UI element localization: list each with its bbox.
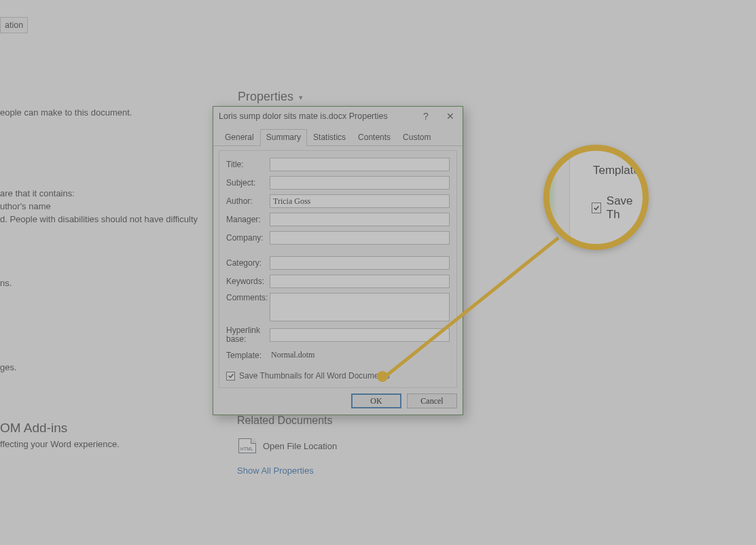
- html-file-icon: HTML: [238, 438, 256, 453]
- template-value: Normal.dotm: [270, 349, 450, 362]
- dialog-title: Loris sump dolor sits mate is.docx Prope…: [219, 111, 388, 121]
- document-properties-dialog: Loris sump dolor sits mate is.docx Prope…: [213, 106, 463, 415]
- hyperlink-base-input[interactable]: [270, 328, 450, 342]
- author-label: Author:: [226, 196, 270, 206]
- properties-dropdown[interactable]: Properties ▾: [238, 90, 303, 104]
- comments-input[interactable]: [270, 293, 450, 321]
- show-all-properties-link[interactable]: Show All Properties: [237, 465, 314, 476]
- bg-text: eople can make to this document.: [0, 107, 132, 118]
- cancel-button[interactable]: Cancel: [407, 393, 457, 408]
- dialog-tabs: General Summary Statistics Contents Cust…: [213, 128, 463, 146]
- help-button[interactable]: ?: [414, 107, 438, 126]
- close-button[interactable]: ✕: [438, 107, 463, 126]
- zoom-template-text: Template: [593, 164, 640, 177]
- save-thumbnails-checkbox[interactable]: [226, 372, 235, 381]
- ribbon-fragment-button[interactable]: ation: [0, 17, 28, 33]
- com-addins-heading: OM Add-ins: [0, 421, 67, 436]
- callout-anchor-dot: [377, 371, 388, 382]
- manager-label: Manager:: [226, 215, 270, 224]
- chevron-down-icon: ▾: [299, 93, 303, 101]
- dialog-titlebar: Loris sump dolor sits mate is.docx Prope…: [213, 107, 463, 126]
- comments-label: Comments:: [226, 293, 270, 302]
- subject-label: Subject:: [226, 178, 270, 188]
- company-label: Company:: [226, 233, 270, 243]
- tab-summary[interactable]: Summary: [260, 129, 307, 146]
- tab-statistics[interactable]: Statistics: [307, 129, 352, 146]
- save-thumbnails-row[interactable]: Save Thumbnails for All Word Documents: [226, 367, 450, 381]
- subject-input[interactable]: [270, 176, 450, 190]
- bg-text: d. People with disabilities should not h…: [0, 214, 198, 224]
- manager-input[interactable]: [270, 213, 450, 226]
- related-documents-heading: Related Documents: [237, 415, 333, 427]
- open-file-location-link[interactable]: HTML Open File Location: [238, 438, 337, 453]
- bg-text: ges.: [0, 362, 17, 372]
- hyperlink-base-label: Hyperlink base:: [226, 326, 270, 344]
- keywords-input[interactable]: [270, 275, 450, 288]
- save-thumbnails-label: Save Thumbnails for All Word Documents: [239, 371, 390, 381]
- summary-panel: Title: Subject: Author: Manager: Company…: [219, 150, 457, 388]
- tab-contents[interactable]: Contents: [352, 129, 397, 146]
- category-label: Category:: [226, 258, 270, 268]
- zoom-callout-circle: Template Save Th: [543, 145, 649, 250]
- company-input[interactable]: [270, 231, 450, 245]
- author-input[interactable]: [270, 194, 450, 208]
- bg-text: ffecting your Word experience.: [0, 439, 120, 449]
- ok-button[interactable]: OK: [351, 393, 401, 408]
- bg-text: uthor's name: [0, 201, 51, 211]
- bg-text: are that it contains:: [0, 188, 75, 198]
- tab-custom[interactable]: Custom: [397, 129, 437, 146]
- title-input[interactable]: [270, 158, 450, 171]
- zoom-checkbox-icon: [592, 203, 601, 213]
- template-label: Template:: [226, 351, 270, 360]
- category-input[interactable]: [270, 256, 450, 270]
- tab-general[interactable]: General: [219, 129, 260, 146]
- zoom-save-text: Save Th: [607, 194, 643, 222]
- open-file-location-text: Open File Location: [263, 441, 337, 451]
- properties-label-text: Properties: [238, 90, 293, 103]
- keywords-label: Keywords:: [226, 277, 270, 286]
- bg-text: ns.: [0, 278, 12, 288]
- title-label: Title:: [226, 160, 270, 169]
